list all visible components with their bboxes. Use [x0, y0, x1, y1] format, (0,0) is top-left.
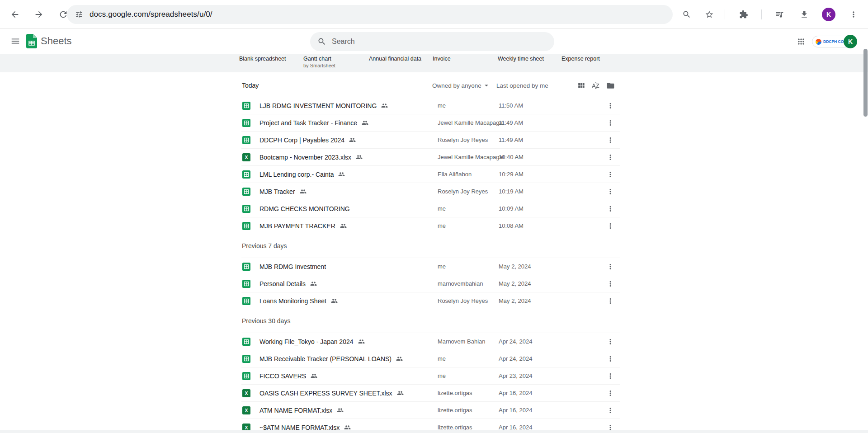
kebab-menu-icon: [606, 406, 614, 414]
file-row[interactable]: X MJB Receivable Tracker (PERSONAL LOANS…: [241, 350, 620, 367]
row-more-actions-button[interactable]: [602, 115, 618, 131]
template-blank-spreadsheet[interactable]: Blank spreadsheet: [239, 56, 286, 62]
kebab-menu-icon: [606, 263, 614, 271]
row-more-actions-button[interactable]: [602, 276, 618, 292]
file-row[interactable]: X DDCPH Corp | Payables 2024 Roselyn Joy…: [241, 131, 620, 148]
section-heading-label: Previous 30 days: [242, 317, 290, 325]
file-name: MJB Receivable Tracker (PERSONAL LOANS): [259, 355, 392, 362]
file-row[interactable]: X Working File_Tokyo - Japan 2024 Marnov…: [241, 333, 620, 350]
file-last-opened: Apr 16, 2024: [499, 407, 600, 414]
sheets-file-icon: [242, 102, 250, 110]
shared-people-icon: [358, 338, 365, 345]
file-row[interactable]: X FICCO SAVERS me Apr 23, 2024: [241, 367, 620, 384]
file-row[interactable]: X ATM NAME FORMAT.xlsx lizette.ortigas A…: [241, 401, 620, 419]
file-row[interactable]: X Bootcamp - November 2023.xlsx Jewel Ka…: [241, 148, 620, 165]
extensions-button[interactable]: [735, 5, 753, 24]
shared-people-icon: [381, 102, 388, 109]
file-owner: Roselyn Joy Reyes: [438, 297, 499, 304]
zoom-button[interactable]: [678, 5, 696, 24]
row-more-actions-button[interactable]: [602, 184, 618, 200]
file-row[interactable]: X OASIS CASH EXPRESS SURVEY SHEET.xlsx l…: [241, 384, 620, 401]
sheets-file-icon: [242, 119, 250, 127]
address-bar[interactable]: docs.google.com/spreadsheets/u/0/: [67, 5, 673, 24]
template-invoice[interactable]: Invoice: [433, 56, 451, 62]
shared-people-icon: [397, 390, 404, 396]
toolbar-divider: [761, 9, 762, 19]
row-more-actions-button[interactable]: [602, 201, 618, 217]
app-name[interactable]: Sheets: [41, 35, 72, 47]
template-annual-financial-data[interactable]: Annual financial data: [369, 56, 421, 62]
grid-view-button[interactable]: [574, 78, 588, 93]
svg-text:X: X: [245, 408, 248, 413]
svg-text:X: X: [245, 425, 248, 430]
search-input[interactable]: [332, 38, 547, 46]
file-last-opened: 11:49 AM: [499, 136, 600, 143]
sheets-file-icon: [242, 263, 250, 271]
template-gallery-strip: Blank spreadsheet Gantt chartby Smartshe…: [0, 54, 868, 72]
shared-people-icon: [311, 372, 317, 379]
file-row[interactable]: X MJB Tracker Roselyn Joy Reyes 10:19 AM: [241, 183, 620, 200]
open-file-picker-button[interactable]: [603, 78, 618, 93]
sheets-logo-icon[interactable]: [26, 34, 37, 48]
row-more-actions-button[interactable]: [602, 334, 618, 350]
file-last-opened: Apr 24, 2024: [499, 355, 600, 362]
account-avatar[interactable]: K: [844, 35, 857, 48]
row-more-actions-button[interactable]: [602, 149, 618, 165]
file-last-opened: May 2, 2024: [499, 280, 600, 287]
list-controls: Today Owned by anyone Last opened by me: [241, 74, 620, 97]
main-menu-button[interactable]: [5, 31, 25, 51]
file-row[interactable]: X LML Lending corp.- Cainta Ella Aliñabo…: [241, 165, 620, 183]
file-row[interactable]: X RDMG CHECKS MONITORING me 10:09 AM: [241, 200, 620, 217]
template-gantt-chart[interactable]: Gantt chartby Smartsheet: [303, 56, 335, 68]
file-last-opened: 10:40 AM: [499, 154, 600, 160]
file-last-opened: Apr 16, 2024: [499, 390, 600, 396]
kebab-menu-icon: [849, 10, 858, 19]
back-button[interactable]: [6, 5, 24, 24]
file-last-opened: 10:29 AM: [499, 171, 600, 178]
media-controls-button[interactable]: [770, 5, 788, 24]
google-apps-button[interactable]: [792, 33, 810, 51]
file-name: MJB RDMG Investment: [259, 263, 326, 270]
bottom-bar: [0, 430, 868, 433]
kebab-menu-icon: [606, 136, 614, 144]
file-owner: marnovembahian: [438, 280, 499, 287]
row-more-actions-button[interactable]: [602, 402, 618, 419]
search-bar[interactable]: [310, 32, 554, 51]
row-more-actions-button[interactable]: [602, 218, 618, 234]
file-owner: Jewel Kamille Macapagal: [438, 119, 499, 126]
file-row[interactable]: X Personal Details marnovembahian May 2,…: [241, 275, 620, 292]
row-more-actions-button[interactable]: [602, 368, 618, 384]
file-row[interactable]: X Project and Task Tracker - Finance Jew…: [241, 114, 620, 131]
file-name: Working File_Tokyo - Japan 2024: [259, 338, 354, 345]
row-more-actions-button[interactable]: [602, 293, 618, 309]
file-owner: Roselyn Joy Reyes: [438, 136, 499, 143]
hamburger-icon: [10, 36, 20, 46]
template-weekly-time-sheet[interactable]: Weekly time sheet: [498, 56, 544, 62]
sort-az-button[interactable]: [588, 78, 603, 93]
browser-profile-avatar[interactable]: K: [822, 8, 835, 21]
sort-column-label[interactable]: Last opened by me: [496, 82, 548, 89]
file-owner: lizette.ortigas: [438, 424, 499, 431]
excel-file-icon: X: [242, 389, 250, 397]
template-expense-report[interactable]: Expense report: [561, 56, 600, 62]
file-row[interactable]: X LJB RDMG INVESTMENT MONITORING me 11:5…: [241, 97, 620, 114]
scrollbar-thumb[interactable]: [863, 49, 868, 117]
forward-button[interactable]: [30, 5, 48, 24]
row-more-actions-button[interactable]: [602, 351, 618, 367]
site-settings-tune-icon[interactable]: [75, 10, 83, 19]
file-row[interactable]: X MJB RDMG Investment me May 2, 2024: [241, 258, 620, 275]
shared-people-icon: [331, 297, 338, 304]
file-row[interactable]: X Loans Monitoring Sheet Roselyn Joy Rey…: [241, 292, 620, 309]
row-more-actions-button[interactable]: [602, 385, 618, 401]
file-last-opened: 10:19 AM: [499, 188, 600, 195]
row-more-actions-button[interactable]: [602, 98, 618, 114]
browser-menu-button[interactable]: [844, 5, 863, 24]
bookmark-button[interactable]: [700, 5, 718, 24]
file-row[interactable]: X MJB PAYMENT TRACKER me 10:08 AM: [241, 217, 620, 234]
row-more-actions-button[interactable]: [602, 132, 618, 148]
shared-people-icon: [300, 188, 307, 195]
row-more-actions-button[interactable]: [602, 166, 618, 183]
owned-by-filter[interactable]: Owned by anyone: [432, 81, 491, 89]
downloads-button[interactable]: [795, 5, 813, 24]
row-more-actions-button[interactable]: [602, 259, 618, 275]
